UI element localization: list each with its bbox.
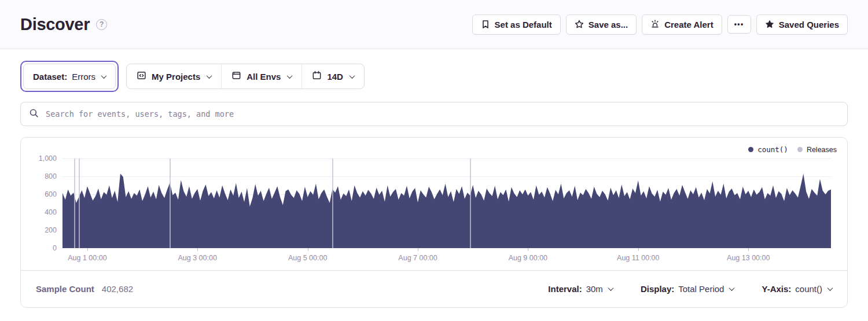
x-axis-tick	[87, 248, 88, 251]
chevron-down-icon	[350, 73, 355, 79]
page-header: Discover ? Set as Default Save as... Cre…	[0, 0, 868, 49]
x-axis-tick	[528, 248, 528, 251]
dataset-value: Errors	[72, 72, 95, 82]
help-icon[interactable]: ?	[96, 19, 107, 30]
star-outline-icon	[575, 20, 584, 29]
x-axis-tick-label: Aug 5 00:00	[288, 254, 327, 262]
more-options-button[interactable]: •••	[727, 15, 751, 34]
date-range-dropdown[interactable]: 14D	[301, 64, 364, 88]
release-marker-line	[470, 158, 471, 248]
x-axis-tick	[308, 248, 308, 251]
page-title: Discover	[20, 15, 90, 34]
create-alert-button[interactable]: Create Alert	[642, 14, 722, 35]
header-actions: Set as Default Save as... Create Alert •…	[472, 14, 848, 35]
chevron-down-icon	[287, 73, 293, 79]
saved-queries-button[interactable]: Saved Queries	[756, 14, 848, 35]
set-as-default-button[interactable]: Set as Default	[472, 14, 561, 35]
x-axis-tick-label: Aug 13 00:00	[727, 254, 770, 262]
releases-series-dot	[797, 147, 803, 152]
events-chart-card: count() Releases 02004006008001,000 Aug …	[20, 137, 848, 308]
x-axis-tick-label: Aug 11 00:00	[617, 254, 659, 262]
environments-dropdown[interactable]: All Envs	[221, 64, 301, 88]
display-dropdown[interactable]: Display: Total Period	[641, 284, 734, 294]
x-axis-tick-label: Aug 9 00:00	[509, 254, 547, 262]
chevron-down-icon	[608, 285, 613, 291]
projects-dropdown[interactable]: My Projects	[127, 64, 221, 88]
y-axis-tick-label: 600	[23, 190, 57, 199]
chart-x-axis: Aug 1 00:00Aug 3 00:00Aug 5 00:00Aug 7 0…	[62, 248, 831, 270]
count-area-series	[62, 158, 831, 248]
filter-bar: Dataset: Errors My Projects All Envs	[20, 61, 848, 92]
y-axis-tick-label: 200	[23, 226, 57, 235]
sample-count: Sample Count 402,682	[36, 284, 133, 294]
sample-count-value: 402,682	[102, 284, 133, 294]
search-bar	[20, 102, 848, 126]
release-marker-line	[170, 158, 171, 248]
y-axis-tick-label: 800	[23, 172, 57, 181]
release-marker-line	[74, 158, 75, 248]
search-input[interactable]	[45, 109, 839, 119]
projects-icon	[137, 71, 146, 82]
dataset-dropdown[interactable]: Dataset: Errors	[23, 64, 116, 89]
interval-dropdown[interactable]: Interval: 30m	[548, 284, 613, 294]
x-axis-tick-label: Aug 7 00:00	[398, 254, 437, 262]
save-as-button[interactable]: Save as...	[566, 14, 637, 35]
count-series-dot	[748, 147, 753, 152]
chart-footer: Sample Count 402,682 Interval: 30m Displ…	[21, 270, 847, 307]
siren-icon	[650, 20, 660, 29]
chevron-down-icon	[101, 73, 107, 79]
legend-item-releases[interactable]: Releases	[797, 146, 837, 154]
x-axis-tick	[418, 248, 418, 251]
ellipsis-icon: •••	[734, 20, 744, 28]
x-axis-tick-label: Aug 1 00:00	[68, 254, 106, 262]
window-icon	[231, 71, 241, 82]
search-icon	[29, 108, 39, 120]
y-axis-tick-label: 0	[23, 243, 57, 253]
calendar-icon	[312, 71, 322, 82]
x-axis-tick	[748, 248, 749, 251]
y-axis-dropdown[interactable]: Y-Axis: count()	[762, 284, 832, 294]
star-filled-icon	[765, 20, 774, 29]
release-marker-line	[332, 158, 333, 248]
y-axis-tick-label: 400	[23, 208, 57, 217]
dataset-highlight-outline: Dataset: Errors	[20, 61, 119, 92]
x-axis-tick	[638, 248, 639, 251]
x-axis-tick	[197, 248, 198, 251]
chevron-down-icon	[729, 285, 735, 291]
chevron-down-icon	[207, 73, 212, 79]
area-chart-plot[interactable]: 02004006008001,000	[62, 158, 831, 248]
chevron-down-icon	[827, 285, 833, 291]
bookmark-icon	[481, 20, 490, 29]
x-axis-tick-label: Aug 3 00:00	[178, 254, 216, 262]
legend-item-count[interactable]: count()	[748, 145, 788, 154]
chart-legend: count() Releases	[21, 138, 847, 155]
y-axis-tick-label: 1,000	[23, 154, 57, 163]
release-marker-line	[79, 158, 80, 248]
page-filter-group: My Projects All Envs 14D	[126, 64, 365, 89]
